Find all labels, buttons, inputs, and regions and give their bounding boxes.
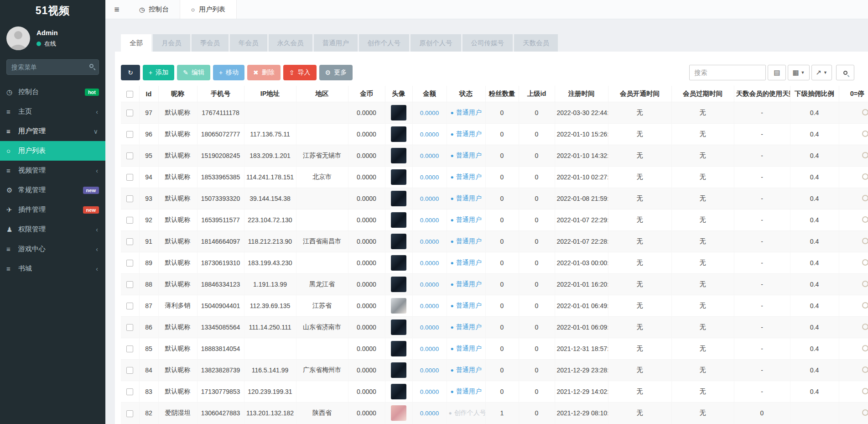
import-button[interactable]: ⇧导入: [283, 65, 317, 80]
toggle-icon[interactable]: [862, 131, 868, 137]
move-button[interactable]: +移动: [213, 65, 244, 80]
delete-button[interactable]: ✖删除: [247, 65, 281, 80]
amount-link[interactable]: 0.0000: [420, 110, 439, 116]
cell-days-used: -: [734, 295, 790, 317]
toggle-icon[interactable]: [862, 345, 868, 351]
toggle-icon[interactable]: [862, 324, 868, 330]
row-checkbox[interactable]: [126, 367, 133, 374]
row-checkbox[interactable]: [126, 410, 133, 417]
toggle-icon[interactable]: [862, 173, 868, 180]
sidebar-item-book-city[interactable]: ≡书城‹: [0, 259, 105, 278]
sidebar-item-user-mgmt[interactable]: ≡用户管理∨: [0, 121, 105, 141]
toggle-icon[interactable]: [862, 259, 868, 266]
amount-link[interactable]: 0.0000: [420, 238, 439, 245]
row-checkbox[interactable]: [126, 152, 133, 159]
filter-tab[interactable]: 原创个人号: [411, 34, 461, 52]
row-checkbox[interactable]: [126, 388, 133, 395]
user-avatar-image[interactable]: [391, 298, 406, 314]
filter-tab[interactable]: 公司传媒号: [463, 34, 513, 52]
filter-tab[interactable]: 天数会员: [514, 34, 558, 52]
edit-button[interactable]: ✎编辑: [177, 65, 210, 80]
filter-tab[interactable]: 创作个人号: [359, 34, 410, 52]
row-checkbox[interactable]: [126, 345, 133, 352]
user-avatar-image[interactable]: [391, 341, 406, 356]
filter-tab[interactable]: 年会员: [230, 34, 267, 52]
user-avatar-image[interactable]: [391, 362, 406, 378]
toggle-icon[interactable]: [862, 109, 868, 115]
sidebar-item-perm-mgmt[interactable]: ♟权限管理‹: [0, 220, 105, 239]
sidebar-item-home[interactable]: ≡主页‹: [0, 102, 105, 121]
tab-console[interactable]: ◷控制台: [128, 0, 180, 19]
toggle-icon[interactable]: [862, 366, 868, 373]
amount-link[interactable]: 0.0000: [420, 131, 439, 138]
more-button[interactable]: ⚙更多: [319, 65, 353, 80]
sidebar-item-general-mgmt[interactable]: ⚙常规管理new: [0, 180, 105, 200]
refresh-button[interactable]: ↻: [121, 65, 140, 80]
amount-link[interactable]: 0.0000: [420, 174, 439, 181]
row-checkbox[interactable]: [126, 131, 133, 138]
row-checkbox[interactable]: [126, 110, 133, 116]
user-avatar-image[interactable]: [391, 319, 406, 335]
sidebar-item-user-list[interactable]: ○用户列表: [0, 141, 105, 161]
amount-link[interactable]: 0.0000: [420, 324, 439, 331]
select-all-checkbox[interactable]: [126, 91, 133, 98]
row-checkbox[interactable]: [126, 174, 133, 181]
user-avatar-image[interactable]: [391, 105, 406, 120]
toggle-icon[interactable]: [862, 281, 868, 287]
filter-tab[interactable]: 季会员: [192, 34, 229, 52]
filter-tab[interactable]: 普通用户: [314, 34, 358, 52]
toggle-icon[interactable]: [862, 195, 868, 201]
tab-user-list[interactable]: ○用户列表: [180, 0, 237, 19]
table-search-button[interactable]: [836, 65, 854, 80]
row-checkbox[interactable]: [126, 324, 133, 331]
amount-link[interactable]: 0.0000: [420, 388, 439, 395]
sidebar-item-console[interactable]: ◷控制台hot: [0, 82, 105, 102]
user-avatar-image[interactable]: [391, 234, 406, 249]
add-button[interactable]: +添加: [143, 65, 174, 80]
detail-view-button[interactable]: ▤: [768, 65, 786, 80]
sidebar-item-game-center[interactable]: ≡游戏中心‹: [0, 239, 105, 259]
row-checkbox[interactable]: [126, 281, 133, 288]
row-checkbox[interactable]: [126, 303, 133, 309]
row-checkbox[interactable]: [126, 217, 133, 224]
amount-link[interactable]: 0.0000: [420, 281, 439, 288]
filter-tab[interactable]: 全部: [121, 34, 151, 52]
amount-link[interactable]: 0.0000: [420, 367, 439, 374]
filter-tab[interactable]: 永久会员: [269, 34, 312, 52]
row-checkbox[interactable]: [126, 260, 133, 267]
amount-link[interactable]: 0.0000: [420, 303, 439, 309]
row-checkbox[interactable]: [126, 238, 133, 245]
toggle-icon[interactable]: [862, 302, 868, 309]
amount-link[interactable]: 0.0000: [420, 260, 439, 267]
hamburger-menu-icon[interactable]: ≡: [105, 0, 128, 19]
export-button[interactable]: ↗▼: [811, 65, 832, 80]
row-checkbox[interactable]: [126, 195, 133, 202]
user-avatar-image[interactable]: [391, 212, 406, 228]
user-avatar-image[interactable]: [391, 255, 406, 271]
user-avatar-image[interactable]: [391, 384, 406, 399]
toggle-icon[interactable]: [862, 216, 868, 223]
amount-link[interactable]: 0.0000: [420, 217, 439, 224]
amount-link[interactable]: 0.0000: [420, 410, 439, 417]
table-search-input[interactable]: [689, 65, 766, 80]
status-label: 创作个人号: [454, 409, 485, 416]
amount-link[interactable]: 0.0000: [420, 152, 439, 159]
toggle-icon[interactable]: [862, 409, 868, 416]
user-avatar-image[interactable]: [391, 126, 406, 142]
sidebar-item-video-mgmt[interactable]: ≡视频管理‹: [0, 161, 105, 180]
user-avatar-image[interactable]: [391, 277, 406, 292]
columns-toggle-button[interactable]: ▦▼: [788, 65, 809, 80]
user-avatar-image[interactable]: [391, 405, 406, 421]
user-avatar-image[interactable]: [391, 191, 406, 206]
sidebar-search-input[interactable]: [6, 59, 99, 75]
amount-link[interactable]: 0.0000: [420, 195, 439, 202]
sidebar-item-plugin-mgmt[interactable]: ✈插件管理new: [0, 200, 105, 220]
sidebar-item-label: 权限管理: [18, 225, 99, 234]
toggle-icon[interactable]: [862, 388, 868, 394]
filter-tab[interactable]: 月会员: [153, 34, 190, 52]
user-avatar-image[interactable]: [391, 148, 406, 163]
amount-link[interactable]: 0.0000: [420, 345, 439, 352]
toggle-icon[interactable]: [862, 238, 868, 244]
user-avatar-image[interactable]: [391, 169, 406, 185]
toggle-icon[interactable]: [862, 152, 868, 158]
